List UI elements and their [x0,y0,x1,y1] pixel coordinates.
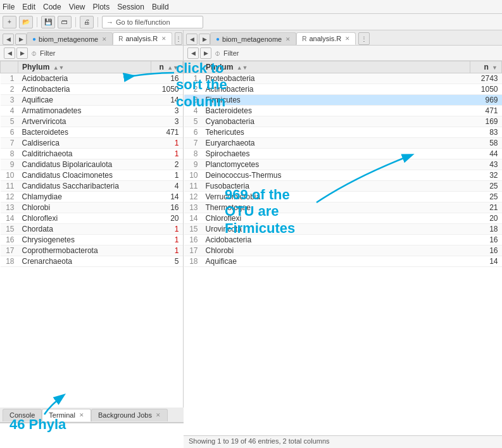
phylum-cell: Acidobacteria [18,73,151,84]
toolbar: + 📂 💾 🗃 🖨 → Go to file/function [0,14,502,30]
row-num: 9 [184,159,202,170]
row-num: 18 [1,256,18,267]
menu-edit[interactable]: Edit [22,3,35,11]
right-tab-biom-label: biom_metagenome [222,35,282,43]
bottom-tab-console[interactable]: Console [3,409,42,421]
print-button[interactable]: 🖨 [80,16,94,28]
left-table-row: 9 Candidatus Bipolaricaulota 2 [1,159,183,170]
phylum-cell: Deinococcus-Thermus [202,170,470,181]
right-col-n[interactable]: n ▼ [470,61,502,73]
row-num: 10 [1,170,18,181]
right-table-row: 18 Aquificae 14 [184,256,502,267]
n-cell: 169 [470,116,502,127]
left-tab-biom-close[interactable]: ✕ [102,36,107,42]
right-filter-back[interactable]: ◀ [187,47,199,59]
phylum-cell: Chordata [18,224,151,235]
row-num: 15 [184,224,202,235]
bgjobs-tab-close[interactable]: ✕ [156,412,161,418]
left-col-n[interactable]: n ▲▼ [151,61,183,73]
menu-build[interactable]: Build [152,3,169,11]
left-n-sort: ▲▼ [167,65,179,71]
phylum-cell: Thermotogae [202,202,470,213]
right-biom-icon: ● [216,35,220,42]
right-nav-fwd[interactable]: ▶ [199,34,210,45]
menu-code[interactable]: Code [43,3,61,11]
phylum-cell: Chlorobi [202,246,470,256]
left-tab-menu[interactable]: ⋮ [175,32,182,45]
left-col-phylum[interactable]: Phylum ▲▼ [18,61,151,73]
left-tbody: 1 Acidobacteria 16 2 Actinobacteria 1050… [1,73,183,267]
n-cell: 471 [470,106,502,116]
right-tab-analysis[interactable]: R analysis.R ✕ [296,32,356,45]
row-num: 9 [1,159,18,170]
phylum-cell: Calditrichaeota [18,149,151,159]
left-tab-analysis-close[interactable]: ✕ [161,35,166,42]
left-tab-biom[interactable]: ● biom_metagenome ✕ [27,32,113,45]
menu-file[interactable]: File [3,3,15,11]
toolbar-divider-3 [97,17,98,27]
right-tab-biom-close[interactable]: ✕ [286,36,291,42]
n-cell: 44 [470,149,502,159]
left-filter-back[interactable]: ◀ [4,47,15,59]
row-num: 12 [1,192,18,202]
left-table-row: 10 Candidatus Cloacimonetes 1 [1,170,183,181]
right-table-row: 1 Proteobacteria 2743 [184,73,502,84]
phylum-cell: Aquificae [202,256,470,267]
n-cell: 16 [151,202,183,213]
left-table-row: 11 Candidatus Saccharibacteria 4 [1,181,183,192]
new-file-button[interactable]: + [3,16,16,28]
row-num: 8 [1,149,18,159]
row-num: 16 [1,235,18,246]
phylum-cell: Euryarchaeota [202,138,470,149]
left-tab-biom-label: biom_metagenome [39,35,98,43]
phylum-cell: Actinobacteria [202,84,470,95]
right-col-phylum[interactable]: Phylum ▲▼ [202,61,470,73]
left-table-row: 2 Actinobacteria 1050 [1,84,183,95]
n-cell: 25 [470,192,502,202]
row-num: 7 [184,138,202,149]
row-num: 11 [1,181,18,192]
n-cell: 18 [470,224,502,235]
right-table-row: 11 Fusobacteria 25 [184,181,502,192]
menu-plots[interactable]: Plots [93,3,110,11]
right-tab-analysis-close[interactable]: ✕ [345,35,350,42]
phylum-cell: Fusobacteria [202,181,470,192]
main-area: ◀ ▶ ● biom_metagenome ✕ R analysis.R ✕ ⋮… [0,30,502,448]
left-filter-button[interactable]: Filter [40,49,55,57]
row-num: 12 [184,192,202,202]
left-nav-back[interactable]: ◀ [3,34,14,45]
left-tab-analysis[interactable]: R analysis.R ✕ [113,32,172,45]
right-tab-menu[interactable]: ⋮ [358,32,370,45]
bottom-tab-bgjobs[interactable]: Background Jobs ✕ [91,409,168,421]
phylum-cell: Artverviricota [18,116,151,127]
row-num: 14 [184,213,202,224]
right-table-row: 16 Acidobacteria 16 [184,235,502,246]
phylum-cell: Acidobacteria [202,235,470,246]
left-table: Phylum ▲▼ n ▲▼ 1 Acidobacteria 16 2 Acti… [0,61,183,267]
right-filter-fwd[interactable]: ▶ [200,47,211,59]
left-table-row: 13 Chlorobi 16 [1,202,183,213]
row-num: 18 [184,256,202,267]
right-phylum-sort: ▲▼ [237,65,248,71]
save-all-button[interactable]: 🗃 [58,16,72,28]
left-nav-fwd[interactable]: ▶ [15,34,27,45]
save-button[interactable]: 💾 [41,16,55,28]
left-tab-analysis-label: analysis.R [125,35,158,42]
right-filterbar: ◀ ▶ ⌽ Filter [184,46,502,61]
right-tab-biom[interactable]: ● biom_metagenome ✕ [210,32,296,45]
goto-box[interactable]: → Go to file/function [102,16,203,28]
right-filter-icon: ⌽ [215,49,220,58]
menu-view[interactable]: View [69,3,85,11]
left-filter-fwd[interactable]: ▶ [16,47,28,59]
bottom-tab-terminal[interactable]: Terminal ✕ [42,409,91,421]
row-num: 4 [184,106,202,116]
terminal-tab-close[interactable]: ✕ [79,412,84,418]
right-filter-button[interactable]: Filter [223,49,239,57]
bottom-content [0,423,184,448]
n-cell: 14 [470,256,502,267]
menu-session[interactable]: Session [117,3,144,11]
open-file-button[interactable]: 📂 [19,16,33,28]
n-cell: 16 [470,246,502,256]
row-num: 6 [1,127,18,138]
right-nav-back[interactable]: ◀ [186,34,198,45]
